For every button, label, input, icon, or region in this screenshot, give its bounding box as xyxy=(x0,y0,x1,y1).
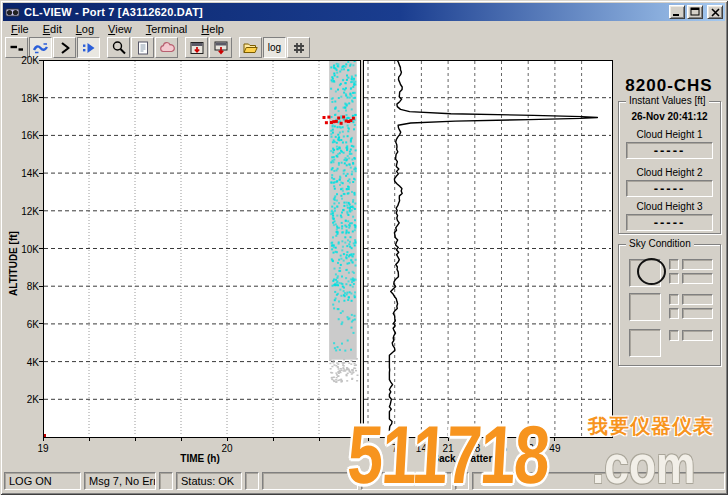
log-toggle-label: log xyxy=(268,43,281,53)
status-ok: Status: OK xyxy=(176,472,242,490)
instant-values-title: Instant Values [ft] xyxy=(626,95,709,106)
y-tickmark xyxy=(39,97,43,98)
x-tickmark xyxy=(227,437,228,441)
cloud-height-value: ----- xyxy=(626,180,713,197)
x-tick-label-time: 19 xyxy=(33,443,53,454)
statusbar: LOG ONMsg 7, No ErrorsStatus: OK xyxy=(3,471,725,491)
timestamp: 26-Nov 20:41:12 xyxy=(619,111,720,122)
cloud-height-value: ----- xyxy=(626,142,713,159)
sky-condition-title: Sky Condition xyxy=(626,238,694,249)
grid-button[interactable] xyxy=(287,37,310,58)
x-tickmark xyxy=(474,437,475,441)
x-tickmark xyxy=(135,437,136,441)
cloud-height-label: Cloud Height 1 xyxy=(619,129,720,140)
y-tick-label: 6K xyxy=(13,319,39,330)
status-cell xyxy=(361,472,452,490)
sky-small-box xyxy=(669,308,679,319)
y-tick-label: 2K xyxy=(13,394,39,405)
menu-log[interactable]: Log xyxy=(69,22,101,37)
y-tickmark xyxy=(39,399,43,400)
status-cell xyxy=(245,472,259,490)
menu-edit[interactable]: Edit xyxy=(36,22,69,37)
sky-small-box xyxy=(669,294,679,305)
x-tickmark xyxy=(528,437,529,441)
sky-wide-box xyxy=(682,294,713,305)
advance-step-icon xyxy=(57,40,73,56)
app-window: CL-VIEW - Port 7 [A3112620.DAT] FileEdit… xyxy=(0,0,728,495)
cloud-height-label: Cloud Height 3 xyxy=(619,201,720,212)
sky-small-box xyxy=(669,273,679,284)
sky-condition-group: Sky Condition xyxy=(618,244,721,366)
y-tick-label: 18K xyxy=(13,93,39,104)
menu-view[interactable]: View xyxy=(101,22,139,37)
zoom-button[interactable] xyxy=(107,37,130,58)
close-button[interactable] xyxy=(707,5,723,19)
x-tickmark xyxy=(181,437,182,441)
sky-small-box xyxy=(669,259,679,270)
x-tickmark xyxy=(273,437,274,441)
document-button[interactable] xyxy=(131,37,154,58)
log-toggle-button[interactable]: log xyxy=(263,37,286,58)
sky-wide-box xyxy=(682,330,713,341)
minimize-button[interactable] xyxy=(669,5,685,19)
menu-help[interactable]: Help xyxy=(194,22,231,37)
x-tickmark xyxy=(421,437,422,441)
y-tickmark xyxy=(39,135,43,136)
sky-wide-box xyxy=(682,308,713,319)
status-cell xyxy=(159,472,173,490)
maximize-button[interactable] xyxy=(687,5,703,19)
advance-fast-icon xyxy=(81,40,97,56)
window-arrow-down-icon xyxy=(189,40,205,56)
x-tickmark xyxy=(89,437,90,441)
time-height-plot[interactable] xyxy=(43,60,361,438)
x-tick-label-backscatter: 0 xyxy=(358,443,378,454)
x-tickmark xyxy=(448,437,449,441)
y-tickmark xyxy=(39,361,43,362)
instant-values-group: Instant Values [ft] 26-Nov 20:41:12 Clou… xyxy=(618,101,721,234)
x-tickmark xyxy=(43,437,44,441)
menu-terminal[interactable]: Terminal xyxy=(139,22,195,37)
x-axis-title-time: TIME (h) xyxy=(150,453,250,464)
x-tick-label-backscatter: 7 xyxy=(385,443,405,454)
status-messages: Msg 7, No Errors xyxy=(84,472,156,490)
titlebar[interactable]: CL-VIEW - Port 7 [A3112620.DAT] xyxy=(3,3,725,21)
x-tickmark xyxy=(368,437,369,441)
cloud-icon xyxy=(159,40,175,56)
x-tickmark xyxy=(394,437,395,441)
model-name: 8200-CHS xyxy=(613,76,725,96)
x-tickmark xyxy=(501,437,502,441)
y-tick-label: 14K xyxy=(13,168,39,179)
status-cell xyxy=(472,472,725,490)
y-tickmark xyxy=(39,248,43,249)
status-cell xyxy=(455,472,469,490)
window-title: CL-VIEW - Port 7 [A3112620.DAT] xyxy=(24,6,669,18)
window-arrow-down-button[interactable] xyxy=(185,37,208,58)
open-folder-button[interactable] xyxy=(239,37,262,58)
x-axis-title-backscatter: Back Scatter xyxy=(412,453,512,464)
toolbar: log xyxy=(5,37,724,58)
cloud-button[interactable] xyxy=(155,37,178,58)
y-tick-label: 16K xyxy=(13,130,39,141)
signal-dash-icon xyxy=(9,40,25,56)
advance-fast-button[interactable] xyxy=(77,37,100,58)
menubar: FileEditLogViewTerminalHelp xyxy=(4,22,724,37)
y-axis-title: ALTITUDE [ft] xyxy=(8,209,19,319)
cloud-height-label: Cloud Height 2 xyxy=(619,167,720,178)
cloud-height-value: ----- xyxy=(626,214,713,231)
menu-file[interactable]: File xyxy=(4,22,36,37)
window-arrow-export-button[interactable] xyxy=(209,37,232,58)
sky-wide-box xyxy=(682,259,713,270)
advance-step-button[interactable] xyxy=(53,37,76,58)
y-tickmark xyxy=(39,323,43,324)
sky-small-box xyxy=(669,330,679,341)
x-tick-label-backscatter: 42 xyxy=(518,443,538,454)
x-tickmark xyxy=(319,437,320,441)
open-folder-icon xyxy=(242,40,259,56)
backscatter-profile-plot[interactable] xyxy=(363,60,613,438)
y-tickmark xyxy=(39,286,43,287)
y-tickmark xyxy=(39,60,43,61)
x-tick-label-backscatter: 49 xyxy=(545,443,565,454)
window-arrow-export-icon xyxy=(213,40,229,56)
y-tickmark xyxy=(39,173,43,174)
y-tick-label: 4K xyxy=(13,357,39,368)
